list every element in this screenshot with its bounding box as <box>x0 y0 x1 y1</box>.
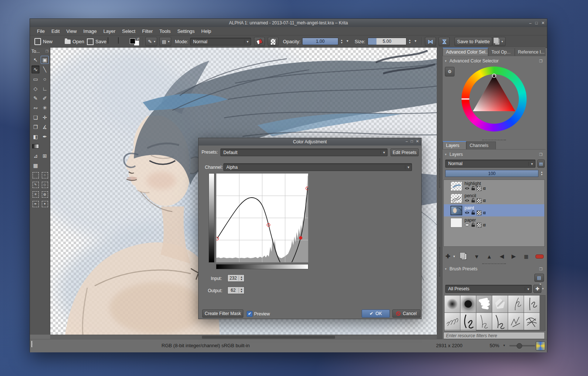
move-layer-right-button[interactable]: ▶ <box>509 252 518 261</box>
tool-gradient[interactable] <box>31 142 40 150</box>
tool-edit-shapes[interactable]: ▣ <box>41 56 49 64</box>
brush-preset[interactable] <box>460 330 476 331</box>
preset-chevron-icon[interactable]: ▾ <box>542 287 544 290</box>
blend-mode-dropdown[interactable]: Normal▾ <box>190 38 251 45</box>
menu-select[interactable]: Select <box>119 28 139 35</box>
tool-ellipse[interactable]: ○ <box>41 75 49 83</box>
tool-select-elliptical[interactable]: ○ <box>41 171 49 179</box>
brush-preset[interactable] <box>445 313 460 330</box>
visibility-eye-icon[interactable] <box>464 211 470 215</box>
tool-grid[interactable]: ▦ <box>31 161 40 170</box>
brush-preset[interactable] <box>476 313 492 330</box>
tab-channels[interactable]: Channels <box>466 141 496 149</box>
move-layer-left-button[interactable]: ◀ <box>497 252 506 261</box>
lock-icon[interactable] <box>471 198 475 203</box>
mirror-horizontal-button[interactable]: ⋈ <box>425 37 436 46</box>
add-layer-chevron[interactable]: ▾ <box>452 252 457 261</box>
alpha-channel-icon[interactable]: α <box>483 187 486 191</box>
minimize-icon[interactable]: – <box>529 21 531 25</box>
swap-colors-icon[interactable]: ⇄ <box>136 37 139 41</box>
duplicate-layer-button[interactable] <box>459 252 469 261</box>
input-spinbox[interactable]: 232▲▼ <box>227 274 244 282</box>
add-layer-button[interactable]: ✚ <box>444 252 452 261</box>
tool-transform[interactable]: ❏ <box>31 113 40 122</box>
pattern-chooser[interactable] <box>118 38 119 43</box>
menu-filter[interactable]: Filter <box>139 28 156 35</box>
collapse-chevron-icon[interactable]: ▾ <box>443 153 447 156</box>
dialog-maximize-icon[interactable]: □ <box>411 139 413 143</box>
new-button[interactable]: New <box>32 37 55 46</box>
title-bar[interactable]: ALPHA 1: unnamed - 2013-07-11_meh-angel-… <box>30 19 547 27</box>
tool-select-similar[interactable]: ✒ <box>31 200 40 208</box>
tool-perspective-grid[interactable]: ⊞ <box>41 152 49 160</box>
brush-preset[interactable] <box>460 313 476 330</box>
color-triangle[interactable] <box>462 66 527 131</box>
zoom-chevron-icon[interactable]: ▾ <box>503 343 505 347</box>
menu-file[interactable]: File <box>34 28 48 35</box>
color-wheel[interactable] <box>462 66 527 131</box>
zoom-slider-handle[interactable] <box>517 343 522 349</box>
brush-settings-button[interactable]: ▤▾ <box>159 37 171 46</box>
brush-preset[interactable] <box>445 295 460 312</box>
presets-dropdown[interactable]: Default▾ <box>220 148 388 156</box>
menu-image[interactable]: Image <box>80 28 100 35</box>
dialog-close-icon[interactable]: ✕ <box>416 139 419 143</box>
lock-icon[interactable] <box>471 211 475 215</box>
menu-settings[interactable]: Settings <box>174 28 198 35</box>
float-docker-icon[interactable]: ❐ <box>539 267 543 271</box>
dock-resize-handle[interactable] <box>482 140 506 140</box>
dialog-title-bar[interactable]: Color Adjustment – □ ✕ <box>199 138 421 146</box>
lock-icon[interactable] <box>471 223 475 227</box>
menu-tools[interactable]: Tools <box>156 28 174 35</box>
brush-preset[interactable] <box>460 295 476 312</box>
layer-properties-button[interactable]: ▦ <box>522 252 531 261</box>
output-spinbox[interactable]: 62▲▼ <box>227 287 244 294</box>
opacity-spinner[interactable]: ▲▼ <box>339 38 344 45</box>
layer-blend-mode-dropdown[interactable]: Normal▾ <box>445 160 535 168</box>
tool-rectangle[interactable]: ▭ <box>31 75 40 83</box>
float-docker-icon[interactable]: ❐ <box>539 59 543 63</box>
add-preset-button[interactable]: ✚ <box>533 285 541 293</box>
move-layer-down-button[interactable]: ▼ <box>472 252 481 261</box>
menu-help[interactable]: Help <box>198 28 214 35</box>
alpha-channel-icon[interactable]: α <box>483 211 486 215</box>
alpha-lock-icon[interactable] <box>477 186 481 191</box>
visibility-eye-icon[interactable] <box>464 199 470 202</box>
brush-preset[interactable] <box>508 295 524 312</box>
resource-filter-input[interactable]: Enter resource filters here <box>443 332 545 339</box>
tool-select-magnetic[interactable]: ✦ <box>41 200 49 208</box>
dock-splitter[interactable] <box>437 48 443 339</box>
tool-select-rectangular[interactable] <box>31 171 40 179</box>
save-button[interactable]: Save <box>85 37 109 46</box>
layer-opacity-spinner[interactable]: ▲▼ <box>539 170 544 177</box>
layer-row-highlight[interactable]: highlight α <box>444 180 544 192</box>
brush-preset[interactable] <box>445 330 460 331</box>
brush-preset[interactable] <box>476 295 492 312</box>
preset-filter-dropdown[interactable]: All Presets▾ <box>445 285 532 293</box>
tool-freehand-brush[interactable]: ∿ <box>31 65 40 74</box>
ok-button[interactable]: ✔OK <box>362 310 390 318</box>
wrap-around-button[interactable]: ⋈ <box>439 37 450 46</box>
collapse-chevron-icon[interactable]: ▾ <box>443 267 447 271</box>
layer-opacity-slider[interactable]: 100 <box>445 170 538 177</box>
tool-select-outline[interactable]: ✳ <box>31 190 40 198</box>
tool-select-contiguous[interactable]: ◍ <box>41 190 49 198</box>
preserve-alpha-button[interactable] <box>268 37 278 46</box>
maximize-icon[interactable]: □ <box>535 21 538 25</box>
zoom-level-text[interactable]: 50% <box>490 343 499 348</box>
alpha-channel-icon[interactable]: α <box>483 223 486 227</box>
tool-multibrush[interactable]: ✳ <box>41 104 49 112</box>
dialog-minimize-icon[interactable]: – <box>406 139 408 143</box>
scrollbar-handle[interactable] <box>202 336 335 339</box>
color-selector-settings-button[interactable]: ⚙ <box>445 67 454 76</box>
save-to-palette-button[interactable]: Save to Palette <box>454 37 492 46</box>
selection-display-button[interactable] <box>31 341 32 347</box>
cancel-button[interactable]: Cancel <box>392 310 420 318</box>
tool-freehand-path[interactable]: ✐ <box>41 94 49 102</box>
brush-preset[interactable] <box>492 295 508 312</box>
move-layer-up-button[interactable]: ▲ <box>485 252 494 261</box>
tool-line[interactable]: ╲ <box>41 65 49 74</box>
float-docker-icon[interactable]: ❐ <box>45 49 48 53</box>
brush-preset[interactable] <box>524 295 540 312</box>
tool-shape-select[interactable]: ↖ <box>31 56 40 64</box>
